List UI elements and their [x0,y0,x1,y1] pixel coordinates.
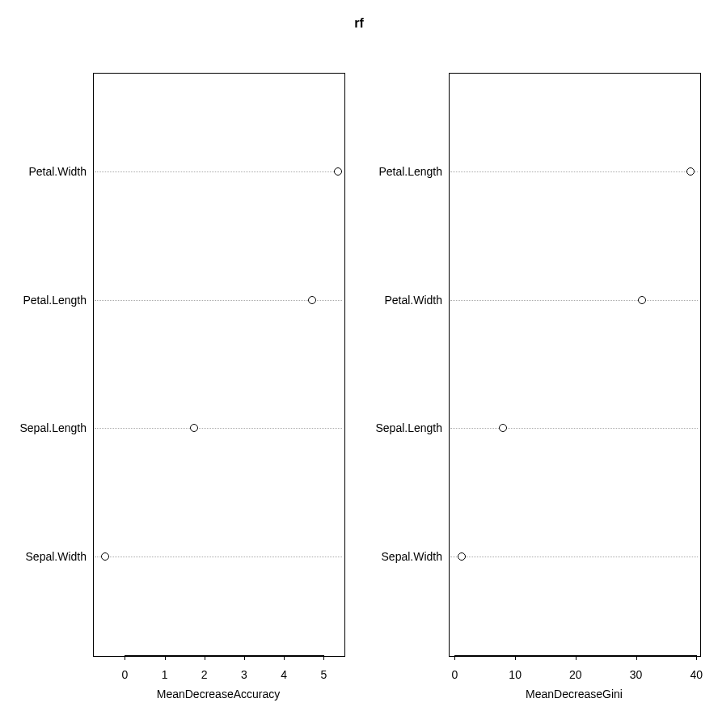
x-tick-mark [696,655,697,660]
x-tick-label: 30 [630,668,643,681]
y-category-label: Petal.Length [368,165,442,178]
x-tick-mark [515,655,516,660]
y-category-label: Petal.Width [368,294,442,307]
x-tick-label: 10 [509,668,522,681]
grid-line [450,171,698,172]
x-tick-label: 0 [452,668,458,681]
x-tick-label: 20 [569,668,582,681]
data-point [638,296,646,304]
grid-line [450,300,698,301]
x-tick-mark [636,655,637,660]
plot-box [449,73,701,657]
y-category-label: Sepal.Length [368,421,442,434]
x-tick-mark [454,655,455,660]
x-tick-label: 40 [690,668,703,681]
x-tick-mark [576,655,577,660]
grid-line [450,557,698,557]
data-point [458,552,466,561]
y-category-label: Sepal.Width [368,550,442,563]
chart-panel-1: Petal.LengthPetal.WidthSepal.LengthSepal… [0,0,718,728]
grid-line [450,428,698,429]
data-point [686,167,695,176]
x-axis-label: MeanDecreaseGini [449,688,699,700]
data-point [499,424,507,432]
